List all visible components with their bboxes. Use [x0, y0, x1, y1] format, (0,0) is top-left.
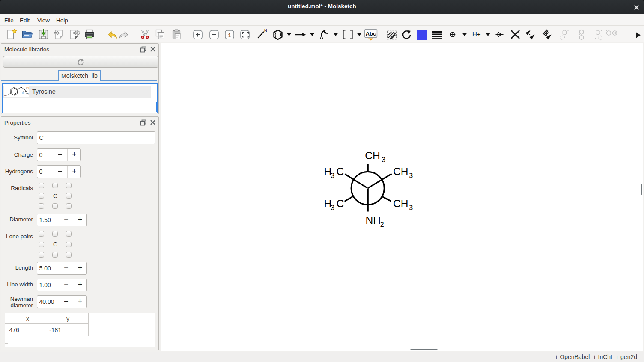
- svg-text:3: 3: [409, 204, 413, 211]
- svg-text:3: 3: [331, 204, 334, 211]
- svg-text:HO: HO: [4, 95, 7, 97]
- svg-text:3: 3: [331, 172, 334, 179]
- svg-text:CH: CH: [365, 150, 380, 161]
- svg-text:3: 3: [382, 156, 385, 163]
- svg-text:N: N: [264, 28, 267, 33]
- svg-text:2: 2: [28, 93, 29, 95]
- svg-text:CH: CH: [393, 166, 408, 177]
- svg-text:Abc: Abc: [366, 30, 376, 37]
- svg-text:H: H: [22, 92, 24, 94]
- svg-text:C: C: [337, 198, 344, 209]
- svg-text:CH: CH: [393, 198, 408, 209]
- svg-text:3: 3: [409, 172, 413, 179]
- svg-text:2: 2: [29, 87, 30, 89]
- svg-text:NH: NH: [366, 214, 381, 226]
- svg-text:1: 1: [228, 32, 231, 39]
- svg-text:H+: H+: [472, 30, 481, 38]
- svg-text:2: 2: [380, 221, 384, 228]
- svg-text:C: C: [337, 166, 344, 177]
